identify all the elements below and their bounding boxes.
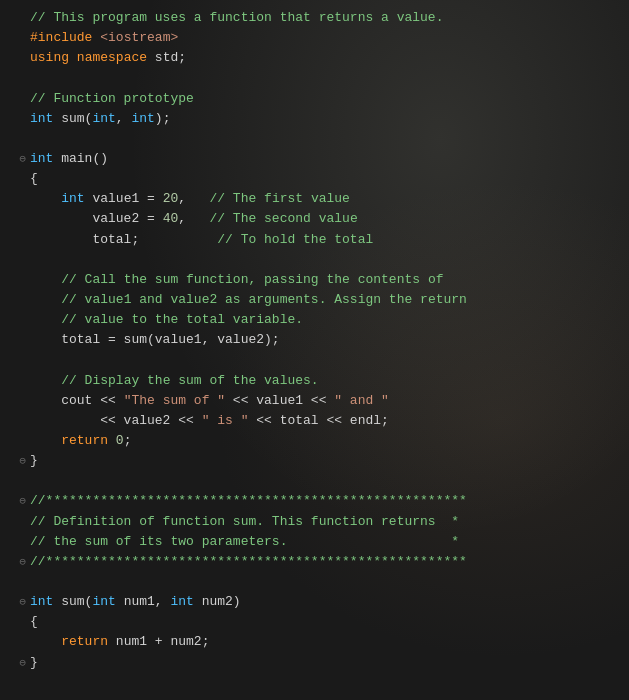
line-content: [30, 129, 617, 149]
code-token: value1 =: [85, 191, 163, 206]
line-gutter: ⊖: [12, 453, 26, 470]
code-token: total;: [30, 232, 139, 247]
code-token: [69, 50, 77, 65]
code-line: cout << "The sum of " << value1 << " and…: [12, 391, 617, 411]
code-token: std;: [147, 50, 186, 65]
code-token: int: [92, 594, 115, 609]
code-token: using: [30, 50, 69, 65]
code-token: [30, 634, 61, 649]
line-content: int sum(int num1, int num2): [30, 592, 617, 612]
code-line: // Function prototype: [12, 89, 617, 109]
code-token: #include: [30, 30, 92, 45]
code-token: // The second value: [209, 211, 357, 226]
code-line: [12, 129, 617, 149]
line-content: // Display the sum of the values.: [30, 371, 617, 391]
code-token: [30, 433, 61, 448]
line-content: [30, 250, 617, 270]
code-token: }: [30, 453, 38, 468]
code-token: //**************************************…: [30, 554, 467, 569]
code-token: int: [30, 111, 53, 126]
code-token: [30, 292, 61, 307]
code-token: " is ": [202, 413, 249, 428]
code-token: sum(: [53, 111, 92, 126]
line-content: [30, 68, 617, 88]
line-content: //**************************************…: [30, 552, 617, 572]
line-content: [30, 471, 617, 491]
code-token: << value2 <<: [30, 413, 202, 428]
code-line: // Definition of function sum. This func…: [12, 512, 617, 532]
code-token: [30, 191, 61, 206]
line-content: << value2 << " is " << total << endl;: [30, 411, 617, 431]
code-token: int: [170, 594, 193, 609]
code-token: int: [131, 111, 154, 126]
code-token: <iostream>: [100, 30, 178, 45]
code-line: ⊖//*************************************…: [12, 491, 617, 511]
code-token: );: [155, 111, 171, 126]
code-token: }: [30, 655, 38, 670]
code-token: int: [61, 191, 84, 206]
line-content: // Function prototype: [30, 89, 617, 109]
code-token: int: [30, 151, 53, 166]
code-line: // This program uses a function that ret…: [12, 8, 617, 28]
line-content: #include <iostream>: [30, 28, 617, 48]
code-line: // the sum of its two parameters. *: [12, 532, 617, 552]
code-line: // value to the total variable.: [12, 310, 617, 330]
code-token: int: [30, 594, 53, 609]
line-content: value2 = 40, // The second value: [30, 209, 617, 229]
code-token: 40: [163, 211, 179, 226]
line-content: // Definition of function sum. This func…: [30, 512, 617, 532]
code-line: [12, 250, 617, 270]
code-token: 0: [116, 433, 124, 448]
line-content: }: [30, 653, 617, 673]
code-line: return 0;: [12, 431, 617, 451]
code-token: // Function prototype: [30, 91, 194, 106]
code-token: // value to the total variable.: [61, 312, 303, 327]
code-line: {: [12, 169, 617, 189]
line-gutter: ⊖: [12, 655, 26, 672]
code-token: num1,: [116, 594, 171, 609]
line-content: int sum(int, int);: [30, 109, 617, 129]
code-token: [30, 373, 61, 388]
line-content: {: [30, 169, 617, 189]
code-token: ,: [116, 111, 132, 126]
line-content: cout << "The sum of " << value1 << " and…: [30, 391, 617, 411]
code-token: // Definition of function sum. This func…: [30, 514, 459, 529]
line-gutter: ⊖: [12, 594, 26, 611]
code-line: << value2 << " is " << total << endl;: [12, 411, 617, 431]
code-line: ⊖}: [12, 653, 617, 673]
line-gutter: ⊖: [12, 554, 26, 571]
code-token: << value1 <<: [225, 393, 334, 408]
code-line: #include <iostream>: [12, 28, 617, 48]
code-token: // Display the sum of the values.: [61, 373, 318, 388]
code-line: // value1 and value2 as arguments. Assig…: [12, 290, 617, 310]
line-content: //**************************************…: [30, 491, 617, 511]
code-token: {: [30, 614, 38, 629]
line-content: // value to the total variable.: [30, 310, 617, 330]
line-gutter: ⊖: [12, 493, 26, 510]
code-token: 20: [163, 191, 179, 206]
code-token: int: [92, 111, 115, 126]
code-token: << total << endl;: [248, 413, 388, 428]
code-line: [12, 572, 617, 592]
code-line: int value1 = 20, // The first value: [12, 189, 617, 209]
code-token: // To hold the total: [217, 232, 373, 247]
line-content: [30, 572, 617, 592]
code-token: namespace: [77, 50, 147, 65]
line-content: total; // To hold the total: [30, 230, 617, 250]
line-content: total = sum(value1, value2);: [30, 330, 617, 350]
code-line: value2 = 40, // The second value: [12, 209, 617, 229]
code-token: "The sum of ": [124, 393, 225, 408]
code-line: ⊖}: [12, 451, 617, 471]
line-content: int main(): [30, 149, 617, 169]
code-token: " and ": [334, 393, 389, 408]
code-line: {: [12, 612, 617, 632]
code-token: // This program uses a function that ret…: [30, 10, 443, 25]
code-token: ,: [178, 191, 209, 206]
code-token: return: [61, 433, 108, 448]
code-line: ⊖//*************************************…: [12, 552, 617, 572]
code-token: //**************************************…: [30, 493, 467, 508]
line-gutter: ⊖: [12, 151, 26, 168]
code-token: // value1 and value2 as arguments. Assig…: [61, 292, 467, 307]
code-line: [12, 350, 617, 370]
line-content: [30, 350, 617, 370]
